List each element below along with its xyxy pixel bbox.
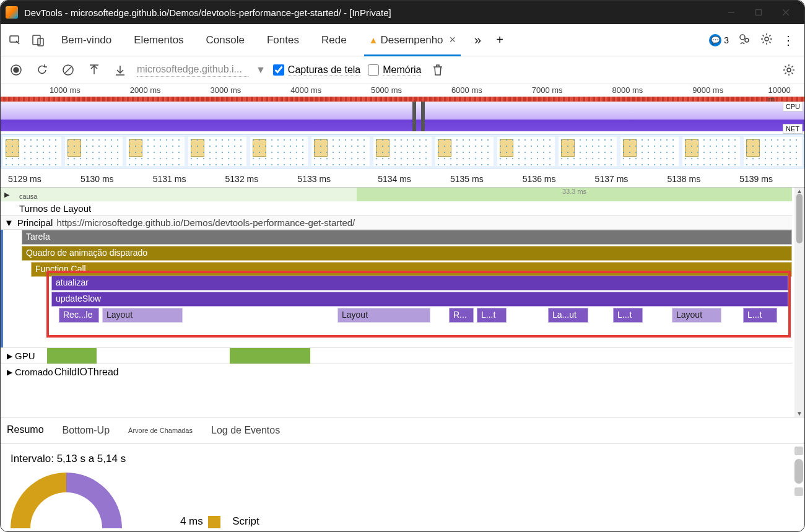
main-label: Principal — [17, 217, 53, 228]
flame-updateslow[interactable]: updateSlow — [51, 292, 788, 307]
ruler-tick: 2000 ms — [130, 85, 161, 95]
scrollbar-thumb[interactable] — [794, 459, 803, 484]
trash-button[interactable] — [429, 61, 447, 79]
screenshot-thumb[interactable] — [682, 137, 741, 166]
screenshot-thumb[interactable] — [620, 137, 679, 166]
tab-close-icon[interactable]: × — [450, 33, 456, 46]
minimize-button[interactable] — [718, 1, 745, 24]
flame-task[interactable]: Tarefa — [22, 230, 792, 245]
tab-console[interactable]: Console — [196, 24, 255, 56]
frames-track[interactable]: ▶ causa 33.3 ms — [1, 188, 792, 201]
screenshots-check[interactable] — [273, 64, 284, 76]
ruler-tick: 7000 ms — [532, 85, 563, 95]
tab-eventlog[interactable]: Log de Eventos — [211, 419, 280, 442]
screenshot-thumb[interactable] — [435, 137, 494, 166]
flame-layout[interactable]: Layout — [337, 308, 430, 323]
svg-point-8 — [745, 38, 749, 42]
tab-sources[interactable]: Fontes — [257, 24, 309, 56]
maximize-button[interactable] — [745, 1, 772, 24]
cpu-overview[interactable]: CPU — [1, 102, 804, 131]
expand-icon[interactable]: ▶ — [7, 352, 12, 360]
scroll-down-icon[interactable] — [794, 487, 803, 496]
capture-settings-icon[interactable] — [780, 61, 798, 79]
expand-icon[interactable]: ▶ — [7, 368, 12, 377]
ruler-tick: 4000 ms — [290, 85, 321, 95]
summary-scrollbar[interactable] — [794, 447, 803, 500]
tab-summary[interactable]: Resumo — [7, 418, 44, 443]
flame-chart-area[interactable]: ▶ causa 33.3 ms Turnos de Layout ▼ Princ… — [1, 188, 804, 417]
flame-lt[interactable]: L...t — [477, 308, 507, 323]
screenshot-thumb[interactable] — [744, 137, 802, 166]
memory-checkbox[interactable]: Memória — [368, 64, 421, 76]
feedback-icon[interactable] — [738, 32, 751, 48]
tab-bottomup[interactable]: Bottom-Up — [63, 419, 110, 442]
flame-atualizar[interactable]: atualizar — [51, 276, 788, 290]
detail-tick: 5135 ms — [450, 174, 484, 184]
svg-line-13 — [64, 66, 72, 74]
vertical-scrollbar[interactable]: ▲ ▼ — [794, 188, 804, 417]
flame-layout[interactable]: Layout — [102, 308, 183, 323]
chromium-track[interactable]: ▶ Cromado ChildIOThread — [1, 364, 792, 380]
reload-button[interactable] — [33, 61, 51, 79]
screenshot-thumb[interactable] — [126, 137, 185, 166]
upload-button[interactable] — [85, 61, 103, 79]
issues-badge[interactable]: 💬 3 — [709, 34, 729, 46]
gpu-track[interactable]: ▶ GPU — [1, 347, 792, 364]
record-button[interactable] — [7, 61, 25, 79]
detail-tick: 5139 ms — [739, 174, 773, 184]
frame-span[interactable]: 33.3 ms — [357, 188, 792, 201]
svg-point-11 — [14, 68, 19, 72]
clear-button[interactable] — [59, 61, 77, 79]
flame-lt[interactable]: L...t — [743, 308, 777, 323]
net-label: NET — [783, 124, 803, 134]
screenshot-thumb[interactable] — [3, 137, 61, 166]
detail-tick: 5134 ms — [378, 174, 411, 184]
screenshots-strip[interactable]: NET — [1, 134, 804, 168]
screenshot-thumb[interactable] — [250, 137, 308, 166]
close-button[interactable] — [772, 1, 799, 24]
timeline-overview[interactable]: 1000 ms 2000 ms 3000 ms 4000 ms 5000 ms … — [1, 84, 804, 188]
flame-r[interactable]: R... — [449, 308, 474, 323]
expand-icon[interactable]: ▶ — [1, 191, 9, 199]
download-button[interactable] — [111, 61, 129, 79]
flame-chart[interactable]: Tarefa Quadro de animação disparado Func… — [1, 230, 792, 347]
inspect-icon[interactable] — [4, 30, 25, 51]
screenshots-checkbox[interactable]: Capturas de tela — [273, 64, 360, 76]
memory-check[interactable] — [368, 64, 379, 76]
flame-laut[interactable]: La...ut — [548, 308, 588, 323]
tab-calltree[interactable]: Árvore de Chamadas — [128, 421, 193, 440]
screenshot-thumb[interactable] — [65, 137, 123, 166]
flame-layout[interactable]: Layout — [672, 308, 721, 323]
scrollbar-thumb[interactable] — [796, 194, 803, 243]
recording-url[interactable]: microsoftedge.github.i... — [137, 64, 248, 77]
detail-tick: 5130 ms — [80, 174, 114, 184]
device-toggle-icon[interactable] — [28, 30, 49, 51]
window-title: DevTools - microsoftedge.github.io/Demos… — [24, 7, 718, 18]
screenshot-thumb[interactable] — [311, 137, 370, 166]
tab-welcome[interactable]: Bem-vindo — [51, 24, 121, 56]
kebab-icon[interactable]: ⋮ — [782, 33, 794, 48]
screenshot-thumb[interactable] — [559, 137, 617, 166]
tab-network[interactable]: Rede — [311, 24, 357, 56]
layout-shifts-row[interactable]: Turnos de Layout — [1, 201, 792, 215]
tab-elements[interactable]: Elementos — [124, 24, 193, 56]
more-tabs-icon[interactable]: » — [468, 33, 487, 47]
url-dropdown-icon[interactable]: ▼ — [256, 64, 266, 76]
cpu-label: CPU — [783, 102, 803, 111]
ruler-tick: 9000 ms — [692, 85, 723, 95]
main-thread-header[interactable]: ▼ Principal https://microsoftedge.github… — [1, 215, 792, 230]
flame-lt[interactable]: L...t — [613, 308, 643, 323]
scroll-up-icon[interactable] — [794, 447, 803, 455]
screenshot-thumb[interactable] — [497, 137, 555, 166]
flame-rec[interactable]: Rec...le — [59, 308, 99, 323]
settings-icon[interactable] — [760, 32, 773, 48]
screenshots-label: Capturas de tela — [288, 64, 360, 76]
flame-animframe[interactable]: Quadro de animação disparado — [22, 246, 792, 261]
tab-performance[interactable]: ▲ Desempenho × — [359, 24, 466, 56]
expand-icon[interactable]: ▼ — [4, 217, 14, 228]
screenshot-thumb[interactable] — [188, 137, 246, 166]
legend-ms: 4 ms — [180, 515, 203, 527]
add-tab-icon[interactable]: + — [490, 33, 510, 47]
screenshot-thumb[interactable] — [373, 137, 432, 166]
detail-tick: 5133 ms — [297, 174, 331, 184]
